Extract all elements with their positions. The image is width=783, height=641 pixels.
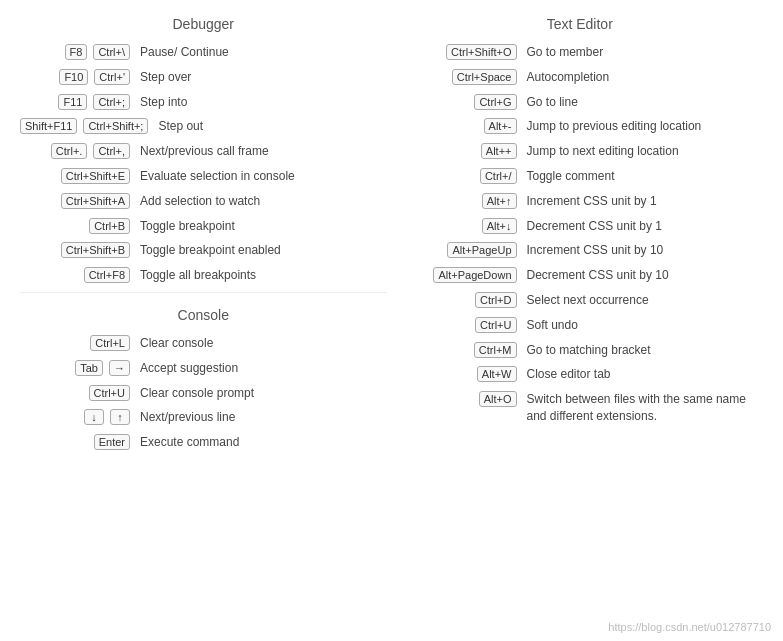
section: ConsoleCtrl+LClear consoleTab →Accept su… — [20, 301, 387, 451]
shortcut-row: Ctrl+Shift+OGo to member — [397, 44, 764, 61]
key-badge: F11 — [58, 94, 87, 110]
key-badge: Ctrl+G — [474, 94, 516, 110]
key-badge: Ctrl+Shift+; — [83, 118, 148, 134]
keys-group: Ctrl+L — [20, 335, 130, 351]
key-badge: Ctrl+Shift+B — [61, 242, 130, 258]
shortcut-desc: Toggle comment — [521, 168, 764, 185]
key-badge: Alt+↓ — [482, 218, 517, 234]
shortcut-desc: Switch between files with the same name … — [521, 391, 764, 425]
keys-group: Ctrl+F8 — [20, 267, 130, 283]
left-column: DebuggerF8 Ctrl+\Pause/ ContinueF10 Ctrl… — [20, 10, 387, 459]
shortcut-desc: Accept suggestion — [134, 360, 387, 377]
key-badge: Ctrl+Space — [452, 69, 517, 85]
key-badge: Ctrl+U — [475, 317, 516, 333]
shortcut-row: Ctrl+BToggle breakpoint — [20, 218, 387, 235]
key-badge: Ctrl+. — [51, 143, 88, 159]
keys-group: Ctrl+U — [20, 385, 130, 401]
shortcut-desc: Clear console prompt — [134, 385, 387, 402]
shortcut-desc: Increment CSS unit by 1 — [521, 193, 764, 210]
right-column: Text EditorCtrl+Shift+OGo to memberCtrl+… — [397, 10, 764, 459]
keys-group: Alt+O — [397, 391, 517, 407]
keys-group: Alt+- — [397, 118, 517, 134]
keys-group: Alt+PageDown — [397, 267, 517, 283]
key-badge: Ctrl+, — [93, 143, 130, 159]
shortcut-desc: Execute command — [134, 434, 387, 451]
keys-group: Alt+PageUp — [397, 242, 517, 258]
shortcut-row: Shift+F11 Ctrl+Shift+;Step out — [20, 118, 387, 135]
shortcut-row: Ctrl+Shift+AAdd selection to watch — [20, 193, 387, 210]
shortcut-row: Ctrl+GGo to line — [397, 94, 764, 111]
keys-group: ↓ ↑ — [20, 409, 130, 425]
key-badge: Alt+PageDown — [433, 267, 516, 283]
shortcut-desc: Go to member — [521, 44, 764, 61]
keys-group: Ctrl+B — [20, 218, 130, 234]
keys-group: Shift+F11 Ctrl+Shift+; — [20, 118, 148, 134]
shortcut-desc: Decrement CSS unit by 1 — [521, 218, 764, 235]
key-badge: Alt+- — [484, 118, 517, 134]
shortcut-desc: Select next occurrence — [521, 292, 764, 309]
shortcut-desc: Increment CSS unit by 10 — [521, 242, 764, 259]
shortcut-desc: Toggle breakpoint — [134, 218, 387, 235]
key-badge: Alt+↑ — [482, 193, 517, 209]
shortcut-desc: Add selection to watch — [134, 193, 387, 210]
shortcut-row: Alt+PageUpIncrement CSS unit by 10 — [397, 242, 764, 259]
shortcut-desc: Autocompletion — [521, 69, 764, 86]
shortcut-row: Ctrl+DSelect next occurrence — [397, 292, 764, 309]
key-badge: Ctrl+; — [93, 94, 130, 110]
keys-group: Enter — [20, 434, 130, 450]
section-title: Debugger — [20, 10, 387, 32]
section: DebuggerF8 Ctrl+\Pause/ ContinueF10 Ctrl… — [20, 10, 387, 284]
shortcut-desc: Step into — [134, 94, 387, 111]
shortcut-row: Alt+OSwitch between files with the same … — [397, 391, 764, 425]
shortcut-row: Ctrl+Shift+EEvaluate selection in consol… — [20, 168, 387, 185]
key-badge: F10 — [59, 69, 88, 85]
keys-group: Ctrl+Shift+A — [20, 193, 130, 209]
key-badge: Ctrl+D — [475, 292, 516, 308]
shortcut-desc: Close editor tab — [521, 366, 764, 383]
shortcut-desc: Decrement CSS unit by 10 — [521, 267, 764, 284]
key-badge: Alt+PageUp — [447, 242, 516, 258]
key-badge: → — [109, 360, 130, 376]
keys-group: F11 Ctrl+; — [20, 94, 130, 110]
shortcut-desc: Toggle all breakpoints — [134, 267, 387, 284]
shortcut-row: Tab →Accept suggestion — [20, 360, 387, 377]
keys-group: Ctrl+G — [397, 94, 517, 110]
keys-group: Ctrl+Shift+E — [20, 168, 130, 184]
keys-group: Ctrl+Shift+B — [20, 242, 130, 258]
shortcut-row: Alt++Jump to next editing location — [397, 143, 764, 160]
shortcut-row: Alt+PageDownDecrement CSS unit by 10 — [397, 267, 764, 284]
section-title: Text Editor — [397, 10, 764, 32]
key-badge: Ctrl+/ — [480, 168, 517, 184]
key-badge: F8 — [65, 44, 88, 60]
shortcut-desc: Pause/ Continue — [134, 44, 387, 61]
shortcut-row: Alt+↓Decrement CSS unit by 1 — [397, 218, 764, 235]
key-badge: Ctrl+\ — [93, 44, 130, 60]
shortcut-row: Ctrl+F8Toggle all breakpoints — [20, 267, 387, 284]
shortcut-row: Alt+WClose editor tab — [397, 366, 764, 383]
shortcut-desc: Step over — [134, 69, 387, 86]
keys-group: F8 Ctrl+\ — [20, 44, 130, 60]
shortcut-desc: Jump to previous editing location — [521, 118, 764, 135]
key-badge: Alt+O — [479, 391, 517, 407]
key-badge: Ctrl+' — [94, 69, 130, 85]
shortcut-row: F8 Ctrl+\Pause/ Continue — [20, 44, 387, 61]
key-badge: Alt+W — [477, 366, 517, 382]
key-badge: Ctrl+M — [474, 342, 517, 358]
keys-group: Ctrl+/ — [397, 168, 517, 184]
shortcut-row: ↓ ↑Next/previous line — [20, 409, 387, 426]
shortcut-desc: Toggle breakpoint enabled — [134, 242, 387, 259]
shortcut-row: Ctrl+LClear console — [20, 335, 387, 352]
key-badge: Ctrl+U — [89, 385, 130, 401]
shortcut-row: Ctrl+USoft undo — [397, 317, 764, 334]
shortcut-row: EnterExecute command — [20, 434, 387, 451]
section: Text EditorCtrl+Shift+OGo to memberCtrl+… — [397, 10, 764, 425]
shortcut-row: Ctrl+/Toggle comment — [397, 168, 764, 185]
key-badge: Shift+F11 — [20, 118, 77, 134]
keys-group: Alt+↓ — [397, 218, 517, 234]
shortcut-row: Alt+↑Increment CSS unit by 1 — [397, 193, 764, 210]
key-badge: Ctrl+L — [90, 335, 130, 351]
shortcut-desc: Soft undo — [521, 317, 764, 334]
keys-group: Ctrl+Space — [397, 69, 517, 85]
shortcut-row: Alt+-Jump to previous editing location — [397, 118, 764, 135]
key-badge: ↑ — [110, 409, 130, 425]
